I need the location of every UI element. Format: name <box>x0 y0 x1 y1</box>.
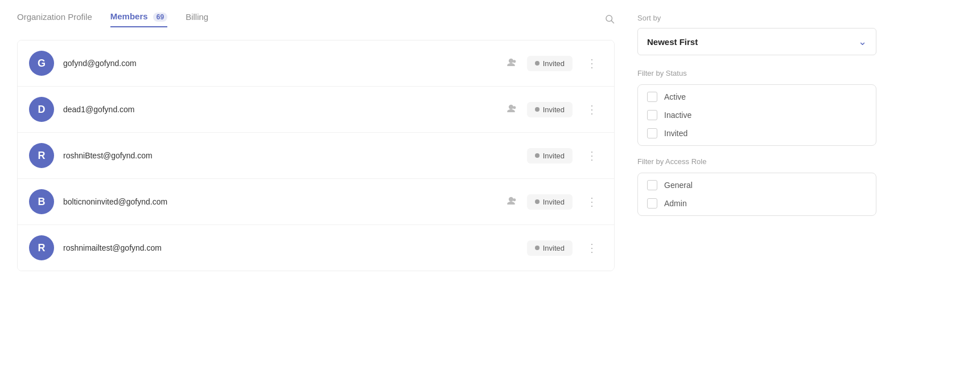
members-count-badge: 69 <box>153 13 167 22</box>
filter-active-label: Active <box>664 92 686 101</box>
table-row: G gofynd@gofynd.com Invited ⋮ <box>18 40 614 87</box>
filter-role-box: General Admin <box>637 173 876 216</box>
member-email: dead1@gofynd.com <box>63 105 492 114</box>
status-dot <box>535 153 540 158</box>
main-content: Organization Profile Members 69 Billing … <box>17 11 615 369</box>
filter-option-general[interactable]: General <box>647 180 867 190</box>
avatar: D <box>29 97 54 122</box>
role-icon <box>505 195 518 208</box>
filter-status-label: Filter by Status <box>637 69 876 77</box>
checkbox-active[interactable] <box>647 92 657 102</box>
more-options-button[interactable]: ⋮ <box>582 146 603 165</box>
filter-option-inactive[interactable]: Inactive <box>647 110 867 120</box>
avatar: R <box>29 235 54 260</box>
member-icons <box>505 195 518 208</box>
checkbox-general[interactable] <box>647 180 657 190</box>
sort-label: Sort by <box>637 14 876 22</box>
filter-admin-label: Admin <box>664 199 687 208</box>
status-dot <box>535 246 540 250</box>
svg-line-1 <box>611 21 613 23</box>
more-options-button[interactable]: ⋮ <box>582 54 603 72</box>
checkbox-invited[interactable] <box>647 128 657 138</box>
table-row: D dead1@gofynd.com Invited ⋮ <box>18 87 614 133</box>
role-icon <box>505 57 518 70</box>
status-badge: Invited <box>527 194 573 210</box>
member-email: roshnimailtest@gofynd.com <box>63 243 504 252</box>
more-options-button[interactable]: ⋮ <box>582 239 603 257</box>
filter-option-invited[interactable]: Invited <box>647 128 867 138</box>
status-badge: Invited <box>527 148 573 164</box>
svg-point-4 <box>513 198 516 201</box>
sort-value: Newest First <box>647 37 698 47</box>
tab-billing[interactable]: Billing <box>186 12 208 26</box>
more-options-button[interactable]: ⋮ <box>582 193 603 211</box>
filter-general-label: General <box>664 181 693 190</box>
svg-point-3 <box>513 106 516 109</box>
sidebar: Sort by Newest First ⌄ Filter by Status … <box>637 11 876 369</box>
member-email: roshniBtest@gofynd.com <box>63 151 504 160</box>
table-row: B bolticnoninvited@gofynd.com Invited ⋮ <box>18 179 614 225</box>
avatar: R <box>29 143 54 168</box>
sort-dropdown[interactable]: Newest First ⌄ <box>637 28 876 55</box>
tabs-bar: Organization Profile Members 69 Billing <box>17 11 615 26</box>
svg-point-2 <box>513 60 516 63</box>
more-options-button[interactable]: ⋮ <box>582 100 603 119</box>
checkbox-admin[interactable] <box>647 198 657 209</box>
member-email: bolticnoninvited@gofynd.com <box>63 197 492 206</box>
chevron-down-icon: ⌄ <box>858 35 867 48</box>
member-icons <box>505 57 518 70</box>
filter-status-section: Filter by Status Active Inactive Invited <box>637 69 876 146</box>
avatar: G <box>29 51 54 76</box>
filter-role-section: Filter by Access Role General Admin <box>637 157 876 216</box>
filter-role-label: Filter by Access Role <box>637 157 876 166</box>
filter-option-admin[interactable]: Admin <box>647 198 867 209</box>
members-list: G gofynd@gofynd.com Invited ⋮ D dead1@go… <box>17 40 615 271</box>
tab-members[interactable]: Members 69 <box>110 11 167 26</box>
status-dot <box>535 199 540 204</box>
avatar: B <box>29 189 54 214</box>
tab-org-profile[interactable]: Organization Profile <box>17 12 92 26</box>
filter-status-box: Active Inactive Invited <box>637 84 876 146</box>
status-badge: Invited <box>527 240 573 256</box>
table-row: R roshnimailtest@gofynd.com Invited ⋮ <box>18 225 614 271</box>
checkbox-inactive[interactable] <box>647 110 657 120</box>
status-dot <box>535 107 540 112</box>
table-row: R roshniBtest@gofynd.com Invited ⋮ <box>18 133 614 179</box>
member-icons <box>505 103 518 116</box>
status-dot <box>535 61 540 66</box>
filter-invited-label: Invited <box>664 129 687 138</box>
search-button[interactable] <box>604 14 615 24</box>
filter-inactive-label: Inactive <box>664 111 691 120</box>
filter-option-active[interactable]: Active <box>647 92 867 102</box>
status-badge: Invited <box>527 56 573 71</box>
role-icon <box>505 103 518 116</box>
status-badge: Invited <box>527 102 573 117</box>
member-email: gofynd@gofynd.com <box>63 59 492 68</box>
